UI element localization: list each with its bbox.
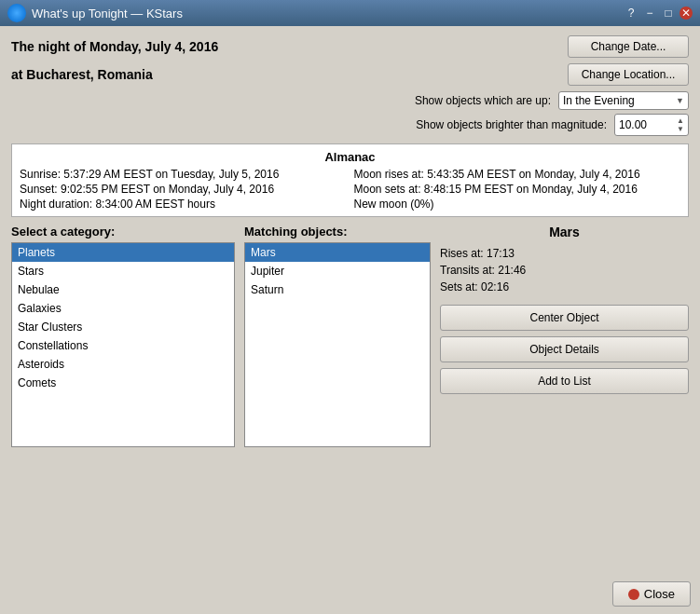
change-location-button[interactable]: Change Location...: [568, 63, 689, 86]
titlebar-controls: ? − □ ✕: [624, 6, 693, 20]
minimize-button[interactable]: −: [642, 6, 657, 20]
category-item-planets[interactable]: Planets: [12, 243, 234, 262]
change-date-button[interactable]: Change Date...: [568, 35, 689, 58]
detail-panel: Mars Rises at: 17:13 Transits at: 21:46 …: [440, 225, 689, 447]
category-section: Select a category: Planets Stars Nebulae…: [11, 225, 689, 447]
titlebar-title: What's up Tonight — KStars: [32, 7, 183, 20]
show-objects-combo[interactable]: In the Evening ▼: [558, 91, 689, 110]
objects-list: Matching objects: Mars Jupiter Saturn: [244, 225, 431, 447]
window-close-button[interactable]: ✕: [679, 7, 693, 20]
category-item-nebulae[interactable]: Nebulae: [12, 280, 234, 299]
magnitude-label: Show objects brighter than magnitude:: [416, 118, 607, 131]
detail-transits: Transits at: 21:46: [440, 264, 689, 277]
category-item-galaxies[interactable]: Galaxies: [12, 299, 234, 318]
sunset-info: Sunset: 9:02:55 PM EEST on Monday, July …: [20, 183, 347, 196]
almanac-grid: Sunrise: 5:37:29 AM EEST on Tuesday, Jul…: [20, 168, 680, 211]
help-button[interactable]: ?: [624, 6, 638, 20]
object-item-jupiter[interactable]: Jupiter: [245, 262, 430, 280]
sunrise-info: Sunrise: 5:37:29 AM EEST on Tuesday, Jul…: [20, 168, 347, 181]
show-objects-label: Show objects which are up:: [415, 94, 551, 107]
add-to-list-button[interactable]: Add to List: [440, 368, 689, 394]
show-objects-row: Show objects which are up: In the Evenin…: [11, 91, 689, 110]
titlebar-left: What's up Tonight — KStars: [7, 4, 183, 22]
category-item-stars[interactable]: Stars: [12, 262, 234, 280]
magnitude-row: Show objects brighter than magnitude: 10…: [11, 114, 689, 136]
category-list-container[interactable]: Planets Stars Nebulae Galaxies Star Clus…: [11, 242, 235, 447]
center-object-button[interactable]: Center Object: [440, 305, 689, 331]
category-item-constellations[interactable]: Constellations: [12, 336, 234, 355]
location-row: at Bucharest, Romania Change Location...: [11, 63, 689, 86]
spin-up-icon[interactable]: ▲: [677, 116, 684, 125]
close-icon: [628, 589, 639, 600]
date-label: The night of Monday, July 4, 2016: [11, 39, 218, 54]
objects-list-container[interactable]: Mars Jupiter Saturn: [244, 242, 431, 447]
detail-rises: Rises at: 17:13: [440, 247, 689, 260]
main-content: The night of Monday, July 4, 2016 Change…: [0, 26, 700, 614]
category-header: Select a category:: [11, 225, 235, 239]
object-item-saturn[interactable]: Saturn: [245, 280, 430, 299]
detail-sets: Sets at: 02:16: [440, 280, 689, 293]
date-row: The night of Monday, July 4, 2016 Change…: [11, 35, 689, 58]
magnitude-value: 10.00: [619, 118, 677, 131]
detail-buttons: Center Object Object Details Add to List: [440, 305, 689, 394]
new-moon-info: New moon (0%): [354, 198, 681, 211]
almanac-section: Almanac Sunrise: 5:37:29 AM EEST on Tues…: [11, 143, 689, 217]
object-details-button[interactable]: Object Details: [440, 336, 689, 362]
category-list: Select a category: Planets Stars Nebulae…: [11, 225, 235, 447]
object-item-mars[interactable]: Mars: [245, 243, 430, 262]
moon-rises-info: Moon rises at: 5:43:35 AM EEST on Monday…: [354, 168, 681, 181]
magnitude-spinbox[interactable]: 10.00 ▲ ▼: [614, 114, 689, 136]
moon-sets-info: Moon sets at: 8:48:15 PM EEST on Monday,…: [354, 183, 681, 196]
category-item-comets[interactable]: Comets: [12, 374, 234, 392]
category-item-asteroids[interactable]: Asteroids: [12, 355, 234, 374]
close-button[interactable]: Close: [612, 581, 691, 607]
combo-arrow-icon: ▼: [676, 96, 684, 105]
titlebar: What's up Tonight — KStars ? − □ ✕: [0, 0, 700, 26]
bottom-bar: Close: [612, 581, 691, 607]
detail-object-name: Mars: [440, 225, 689, 239]
spinbox-arrows: ▲ ▼: [677, 116, 684, 133]
category-item-star-clusters[interactable]: Star Clusters: [12, 318, 234, 336]
night-duration-info: Night duration: 8:34:00 AM EEST hours: [20, 198, 347, 211]
spin-down-icon[interactable]: ▼: [677, 125, 684, 133]
show-objects-value: In the Evening: [563, 94, 672, 107]
maximize-button[interactable]: □: [661, 6, 676, 20]
app-icon: [7, 4, 26, 22]
close-label: Close: [644, 587, 675, 601]
location-label: at Bucharest, Romania: [11, 67, 153, 82]
almanac-title: Almanac: [20, 150, 680, 164]
objects-header: Matching objects:: [244, 225, 431, 239]
